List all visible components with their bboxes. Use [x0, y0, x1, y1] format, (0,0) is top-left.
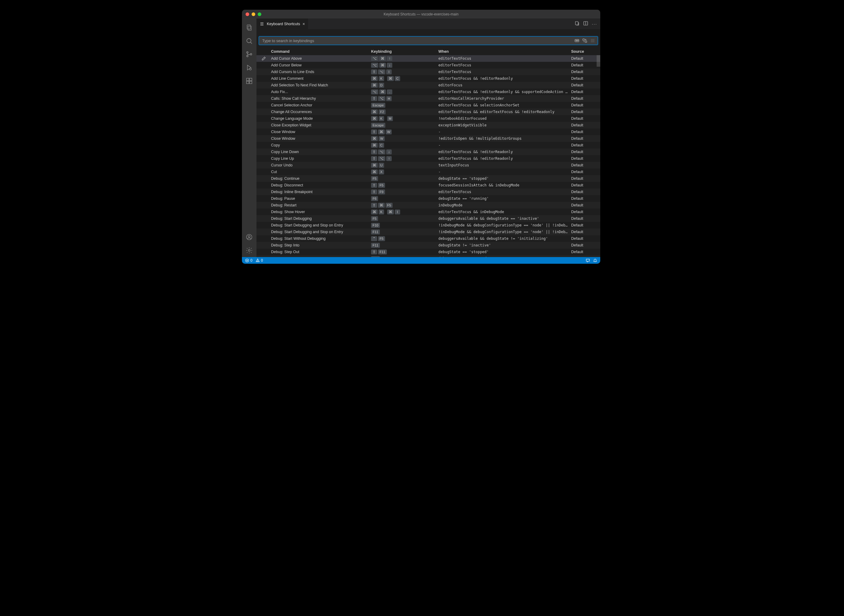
table-row[interactable]: Copy⌘C-Default — [256, 142, 600, 148]
row-command: Cancel Selection Anchor — [271, 103, 371, 107]
zoom-window-button[interactable] — [258, 12, 261, 16]
row-source: Default — [571, 123, 600, 127]
table-row[interactable]: Change Language Mode⌘KM!notebookEditorFo… — [256, 115, 600, 122]
status-bell-icon[interactable] — [593, 258, 597, 263]
status-errors[interactable]: 0 — [245, 258, 252, 263]
table-row[interactable]: Debug: Step OverF10debugState == 'stoppe… — [256, 255, 600, 257]
table-row[interactable]: Add Selection To Next Find Match⌘Deditor… — [256, 82, 600, 88]
table-row[interactable]: Cut⌘X-Default — [256, 169, 600, 175]
key-cap: ⌥ — [371, 63, 378, 68]
svg-line-3 — [251, 42, 252, 44]
table-row[interactable]: Close Window⇧⌘W-Default — [256, 129, 600, 135]
table-row[interactable]: Change All Occurrences⌘F2editorTextFocus… — [256, 109, 600, 115]
status-warnings[interactable]: 0 — [256, 258, 263, 263]
row-command: Close Window — [271, 130, 371, 134]
record-keys-icon[interactable] — [574, 38, 580, 44]
key-cap: F5 — [371, 176, 378, 181]
table-row[interactable]: Debug: Start DebuggingF5debuggersAvailab… — [256, 215, 600, 222]
table-row[interactable]: Debug: Start Debugging and Stop on Entry… — [256, 222, 600, 229]
table-row[interactable]: Debug: Restart⇧⌘F5inDebugModeDefault — [256, 202, 600, 208]
status-feedback-icon[interactable] — [586, 258, 590, 263]
table-row[interactable]: Debug: PauseF6debugState == 'running'Def… — [256, 195, 600, 202]
key-cap: I — [386, 69, 392, 75]
row-command: Change All Occurrences — [271, 110, 371, 114]
header-source[interactable]: Source — [571, 50, 600, 54]
key-cap: ⇧ — [371, 249, 377, 255]
table-row[interactable]: Debug: Start Debugging and Stop on Entry… — [256, 229, 600, 235]
key-cap: I — [395, 210, 400, 215]
table-row[interactable]: Add Cursor Above⌥⌘↑editorTextFocusDefaul… — [256, 55, 600, 62]
extensions-icon[interactable] — [242, 74, 256, 88]
table-row[interactable]: Debug: Start Without Debugging⌃F5debugge… — [256, 235, 600, 242]
table-row[interactable]: Cancel Selection AnchorEscapeeditorTextF… — [256, 102, 600, 109]
row-keybinding: ⌘U — [371, 163, 438, 168]
table-row[interactable]: Debug: Step IntoF11debugState != 'inacti… — [256, 242, 600, 249]
table-row[interactable]: Add Cursors to Line Ends⇧⌥IeditorTextFoc… — [256, 69, 600, 75]
table-row[interactable]: Debug: ContinueF5debugState == 'stopped'… — [256, 175, 600, 182]
table-row[interactable]: Debug: Show Hover⌘K⌘IeditorTextFocus && … — [256, 208, 600, 215]
more-actions-icon[interactable]: ··· — [592, 22, 597, 26]
row-command: Cursor Undo — [271, 163, 371, 167]
titlebar: Keyboard Shortcuts — vscode-exercises-ma… — [242, 10, 600, 19]
open-keybindings-json-icon[interactable] — [575, 21, 580, 27]
scrollbar-thumb[interactable] — [596, 55, 600, 67]
row-gutter — [256, 56, 271, 61]
row-source: Default — [571, 157, 600, 161]
close-window-button[interactable] — [246, 12, 249, 16]
table-row[interactable]: Debug: Disconnect⇧F5focusedSessionIsAtta… — [256, 182, 600, 189]
row-source: Default — [571, 90, 600, 94]
key-cap: ⇧ — [371, 129, 377, 135]
row-source: Default — [571, 116, 600, 121]
table-row[interactable]: Close Window⌘W!editorIsOpen && !multiple… — [256, 135, 600, 142]
table-row[interactable]: Cursor Undo⌘UtextInputFocusDefault — [256, 162, 600, 169]
settings-gear-icon[interactable] — [242, 244, 256, 257]
row-keybinding: ⌘KM — [371, 116, 438, 121]
search-input[interactable] — [262, 38, 574, 43]
minimize-window-button[interactable] — [252, 12, 255, 16]
edit-icon[interactable] — [262, 56, 266, 61]
row-keybinding: ⌥⌘↑ — [371, 56, 438, 61]
sort-precedence-icon[interactable] — [582, 38, 588, 44]
key-cap: ⌘ — [371, 116, 378, 121]
svg-rect-0 — [247, 25, 251, 29]
table-row[interactable]: Copy Line Down⇧⌥↓editorTextFocus && !edi… — [256, 148, 600, 155]
table-row[interactable]: Debug: Step Out⇧F11debugState == 'stoppe… — [256, 249, 600, 255]
table-row[interactable]: Close Exception WidgetEscapeexceptionWid… — [256, 122, 600, 129]
run-debug-icon[interactable] — [242, 61, 256, 74]
table-row[interactable]: Calls: Show Call Hierarchy⇧⌥HeditorHasCa… — [256, 95, 600, 102]
svg-rect-1 — [248, 26, 251, 30]
row-source: Default — [571, 63, 600, 67]
row-when: - — [438, 143, 571, 147]
table-row[interactable]: Add Line Comment⌘K⌘CeditorTextFocus && !… — [256, 75, 600, 82]
row-source: Default — [571, 70, 600, 74]
header-command[interactable]: Command — [271, 50, 371, 54]
row-command: Copy Line Up — [271, 157, 371, 161]
row-keybinding: ⌘D — [371, 83, 438, 88]
row-source: Default — [571, 257, 600, 257]
editor-area: Keyboard Shortcuts × ··· — [256, 19, 600, 257]
tab-keyboard-shortcuts[interactable]: Keyboard Shortcuts × — [256, 19, 308, 29]
split-editor-icon[interactable] — [583, 21, 588, 27]
key-cap: F5 — [378, 236, 385, 241]
table-row[interactable]: Add Cursor Below⌥⌘↓editorTextFocusDefaul… — [256, 62, 600, 69]
search-icon[interactable] — [242, 34, 256, 48]
key-cap: F9 — [378, 189, 385, 195]
vertical-scrollbar[interactable] — [596, 55, 600, 257]
key-cap: ⌥ — [378, 96, 385, 101]
explorer-icon[interactable] — [242, 21, 256, 34]
clear-search-icon[interactable] — [590, 38, 596, 44]
table-row[interactable]: Copy Line Up⇧⌥↑editorTextFocus && !edito… — [256, 155, 600, 162]
svg-point-5 — [247, 56, 248, 57]
keybindings-search[interactable] — [259, 37, 598, 45]
row-command: Debug: Start Debugging — [271, 216, 371, 221]
activity-bar — [242, 19, 256, 257]
accounts-icon[interactable] — [242, 230, 256, 244]
source-control-icon[interactable] — [242, 48, 256, 61]
tab-close-icon[interactable]: × — [303, 22, 305, 26]
header-keybinding[interactable]: Keybinding — [371, 50, 438, 54]
table-row[interactable]: Auto Fix...⌥⌘.editorTextFocus && !editor… — [256, 88, 600, 95]
header-when[interactable]: When — [438, 50, 571, 54]
row-source: Default — [571, 143, 600, 147]
row-keybinding: ⇧F5 — [371, 183, 438, 188]
table-row[interactable]: Debug: Inline Breakpoint⇧F9editorTextFoc… — [256, 189, 600, 195]
